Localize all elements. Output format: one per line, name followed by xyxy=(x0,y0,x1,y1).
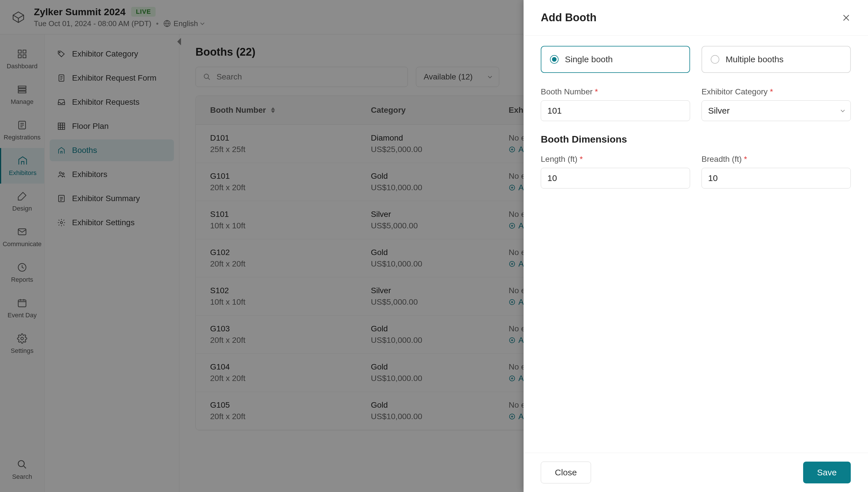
dimensions-heading: Booth Dimensions xyxy=(541,134,851,145)
booth-mode-multiple[interactable]: Multiple booths xyxy=(701,46,851,73)
booth-mode-single[interactable]: Single booth xyxy=(541,46,690,73)
booth-mode-single-label: Single booth xyxy=(565,54,613,64)
breadth-input[interactable] xyxy=(701,168,851,189)
length-input[interactable] xyxy=(541,168,690,189)
length-label: Length (ft) * xyxy=(541,155,690,164)
booth-number-label: Booth Number * xyxy=(541,87,690,96)
booth-mode-multiple-label: Multiple booths xyxy=(726,54,783,64)
close-button[interactable]: Close xyxy=(541,462,591,484)
chevron-down-icon xyxy=(841,108,845,112)
booth-number-input[interactable] xyxy=(541,100,690,121)
add-booth-panel: Add Booth Single booth Multiple booths B… xyxy=(524,0,868,492)
save-button[interactable]: Save xyxy=(803,462,851,484)
exhibitor-category-label: Exhibitor Category * xyxy=(701,87,851,96)
panel-title: Add Booth xyxy=(541,11,597,24)
exhibitor-category-value: Silver xyxy=(708,106,730,116)
radio-icon xyxy=(550,55,559,64)
close-icon[interactable] xyxy=(842,13,851,22)
breadth-label: Breadth (ft) * xyxy=(701,155,851,164)
exhibitor-category-select[interactable]: Silver xyxy=(701,100,851,121)
radio-icon xyxy=(711,55,719,64)
